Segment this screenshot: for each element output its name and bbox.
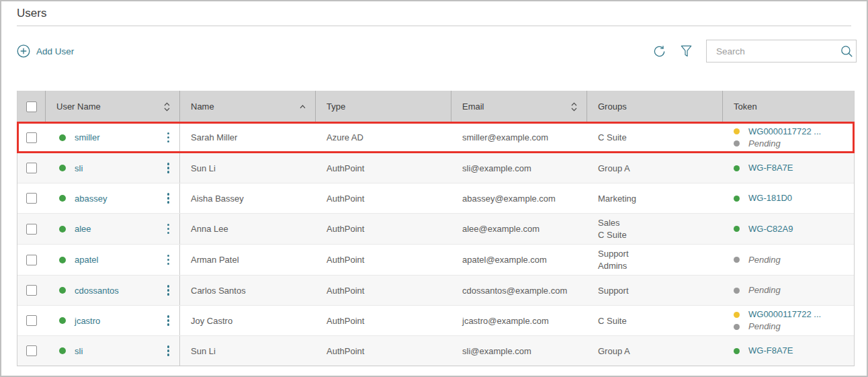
cell-name-text: Carlos Santos — [191, 286, 246, 296]
token-link[interactable]: WG0000117722 ... — [748, 126, 821, 137]
sort-both-icon[interactable] — [163, 101, 171, 112]
kebab-menu-icon[interactable] — [164, 222, 173, 237]
column-header-email[interactable]: Email — [451, 91, 587, 122]
cell-email-text: jcastro@example.com — [462, 316, 549, 326]
token-link[interactable]: WG-F8A7E — [748, 345, 793, 356]
column-header-name[interactable]: Name — [180, 91, 316, 122]
sort-both-icon[interactable] — [570, 101, 578, 112]
row-checkbox[interactable] — [26, 224, 37, 235]
add-user-button[interactable]: Add User — [17, 44, 74, 58]
table-row: jcastroJoy CastroAuthPointjcastro@exampl… — [17, 305, 854, 335]
token-entry: WG-F8A7E — [734, 345, 793, 356]
column-header-label: User Name — [56, 101, 101, 112]
cell-token: WG-181D0 — [723, 183, 854, 213]
cell-name: Sarah Miller — [180, 122, 316, 153]
token-link[interactable]: WG-F8A7E — [748, 163, 793, 173]
search-input[interactable] — [707, 46, 839, 56]
cell-token: Pending — [723, 276, 854, 305]
cell-email: abassey@example.com — [451, 183, 587, 213]
username-link[interactable]: smiller — [75, 132, 100, 142]
token-pending-label: Pending — [748, 285, 781, 296]
token-entry: Pending — [734, 255, 781, 265]
column-header-user-name[interactable]: User Name — [46, 91, 180, 122]
table-header: User NameNameTypeEmailGroupsToken — [17, 91, 854, 122]
cell-name: Aisha Bassey — [180, 183, 316, 213]
group-label: C Suite — [598, 229, 627, 241]
username-link[interactable]: jcastro — [75, 316, 100, 326]
cell-token: WG0000117722 ...Pending — [723, 306, 854, 335]
kebab-menu-icon[interactable] — [164, 191, 173, 206]
status-dot — [59, 287, 66, 294]
kebab-menu-icon[interactable] — [164, 343, 173, 358]
cell-username: cdossantos — [46, 276, 180, 305]
cell-name-text: Anna Lee — [191, 224, 228, 234]
cell-groups: Support — [587, 276, 723, 305]
row-checkbox[interactable] — [26, 255, 37, 265]
column-header-label: Type — [327, 101, 345, 112]
cell-email-text: cdossantos@example.com — [462, 286, 567, 296]
cell-groups: C Suite — [587, 122, 723, 153]
table-body: smillerSarah MillerAzure ADsmiller@examp… — [17, 122, 854, 366]
token-entry: WG-F8A7E — [734, 163, 793, 173]
cell-name-text: Sun Li — [191, 163, 216, 173]
cell-token: Pending — [723, 245, 854, 275]
users-table: User NameNameTypeEmailGroupsToken smille… — [17, 91, 855, 366]
row-select-cell — [17, 153, 46, 183]
username-link[interactable]: cdossantos — [75, 286, 119, 296]
row-checkbox[interactable] — [26, 163, 37, 173]
column-header-type[interactable]: Type — [316, 91, 451, 122]
username-link[interactable]: apatel — [75, 255, 98, 265]
token-entry: Pending — [734, 138, 781, 149]
kebab-menu-icon[interactable] — [164, 313, 173, 328]
token-entry: WG-C82A9 — [734, 224, 793, 235]
row-checkbox[interactable] — [26, 285, 37, 296]
select-all-header-cell — [17, 91, 46, 122]
row-checkbox[interactable] — [26, 132, 37, 143]
row-select-cell — [17, 214, 46, 244]
kebab-menu-icon[interactable] — [164, 283, 173, 298]
username-link[interactable]: alee — [75, 224, 91, 234]
username-link[interactable]: sli — [75, 163, 83, 173]
token-link[interactable]: WG0000117722 ... — [748, 309, 821, 320]
cell-email: cdossantos@example.com — [451, 276, 587, 305]
row-checkbox[interactable] — [26, 193, 37, 204]
status-dot — [59, 257, 66, 263]
search-icon[interactable] — [839, 44, 861, 58]
cell-name: Sun Li — [180, 336, 316, 366]
plus-circle-icon — [17, 44, 30, 58]
status-dot — [59, 347, 66, 354]
username-link[interactable]: sli — [75, 346, 83, 356]
cell-type-text: AuthPoint — [327, 194, 364, 204]
cell-type-text: AuthPoint — [327, 316, 364, 326]
column-header-label: Token — [734, 101, 757, 112]
cell-username: sli — [46, 153, 180, 183]
kebab-menu-icon[interactable] — [164, 130, 173, 145]
kebab-menu-icon[interactable] — [164, 161, 173, 175]
token-link[interactable]: WG-C82A9 — [748, 224, 793, 235]
cell-name: Arman Patel — [180, 245, 316, 275]
row-checkbox[interactable] — [26, 315, 37, 326]
cell-type: AuthPoint — [316, 183, 451, 213]
cell-type: AuthPoint — [316, 336, 451, 366]
token-status-dot — [734, 312, 740, 318]
kebab-menu-icon[interactable] — [164, 253, 173, 267]
filter-icon[interactable] — [681, 45, 692, 58]
sort-asc-icon[interactable] — [298, 103, 307, 110]
username-link[interactable]: abassey — [75, 194, 107, 204]
cell-type-text: AuthPoint — [327, 286, 364, 296]
column-header-token[interactable]: Token — [723, 91, 854, 122]
select-all-checkbox[interactable] — [26, 101, 37, 112]
token-status-dot — [734, 257, 740, 263]
refresh-icon[interactable] — [652, 44, 666, 58]
group-label: C Suite — [598, 132, 627, 143]
cell-name-text: Joy Castro — [191, 316, 232, 326]
cell-username: abassey — [46, 183, 180, 213]
cell-type: Azure AD — [316, 122, 451, 153]
table-row: apatelArman PatelAuthPointapatel@example… — [17, 244, 854, 275]
column-header-groups[interactable]: Groups — [587, 91, 723, 122]
token-status-dot — [734, 128, 740, 134]
cell-email: sli@example.com — [451, 153, 587, 183]
page-title: Users — [17, 7, 851, 20]
token-link[interactable]: WG-181D0 — [748, 193, 792, 204]
row-checkbox[interactable] — [26, 345, 37, 356]
